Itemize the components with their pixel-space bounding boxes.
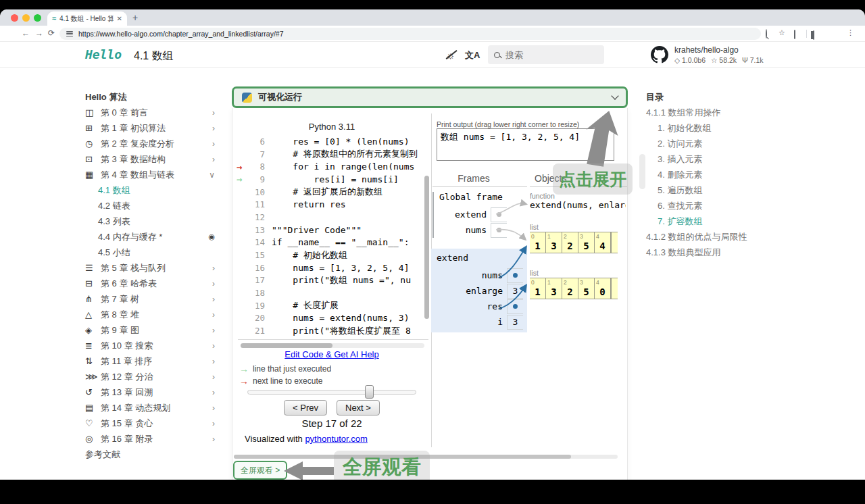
toc-item[interactable]: 2. 访问元素 [646,136,800,151]
step-slider-track[interactable] [247,390,416,395]
next-step-button[interactable]: Next > [337,400,380,415]
visual-run-collapsible[interactable]: 可视化运行 [232,86,628,108]
sidebar-chapter-item[interactable]: ◷ 第 2 章 复杂度分析 › [85,136,215,151]
browser-tab[interactable]: ≈ 4.1 数组 - Hello 算法 ✕ [47,11,127,26]
site-logo[interactable]: Hello [85,47,122,61]
code-listing: →→ 6 res = [0] * (len(nums) →→ 7 # 将原数组中… [232,135,430,337]
code-line: →→ 18 [232,286,430,299]
sidebar-section-item[interactable]: 4.1 数组 [85,182,215,198]
chevron-down-icon[interactable] [611,92,618,99]
sidebar-chapter-item[interactable]: ◎ 第 16 章 附录 › [85,431,215,447]
step-counter: Step 17 of 22 [232,418,431,429]
fullscreen-button[interactable]: 全屏观看 > [233,461,287,480]
site-info-icon[interactable] [66,31,73,36]
github-repo-link[interactable]: krahets/hello-algo ◇ 1.0.0b6 ☆ 58.2k Ψ 7… [651,45,764,64]
list-cell: 3 5 [578,232,595,253]
sidebar-section-item[interactable]: 4.2 链表 [85,198,215,213]
theme-toggle-icon[interactable]: ☼ [446,49,455,61]
frame-variable: extend [439,207,507,222]
chapter-icon: △ [85,309,101,320]
sidebar-chapter-item[interactable]: ⇅ 第 11 章 排序 › [85,353,215,369]
toc-item[interactable]: 4.1.2 数组的优点与局限性 [646,229,800,245]
toc-item[interactable]: 5. 遍历数组 [646,182,800,198]
toc-item[interactable]: 3. 插入元素 [646,151,800,167]
code-vertical-scrollbar[interactable] [424,176,429,319]
sidebar-chapter-item[interactable]: ☰ 第 5 章 栈与队列 › [85,260,215,276]
translate-icon[interactable]: 文A [465,49,480,61]
pythontutor-link[interactable]: pythontutor.com [305,434,368,444]
chevron-icon: › [212,108,215,118]
line-number: 18 [247,288,265,298]
chevron-icon: › [212,295,215,304]
sidebar-references-item[interactable]: 参考文献 [85,447,215,462]
toc-item[interactable]: 4.1.1 数组常用操作 [646,105,800,120]
tab-title: 4.1 数组 - Hello 算法 [59,14,114,24]
zoom-page-icon[interactable] [766,30,767,38]
sidebar-chapter-item[interactable]: ♡ 第 15 章 贪心 › [85,415,215,431]
prev-step-button[interactable]: < Prev [284,400,327,415]
sidebar-chapter-item[interactable]: ⋙ 第 12 章 分治 › [85,369,215,384]
side-panel-icon[interactable] [813,31,814,39]
sidebar-chapter-item[interactable]: ≣ 第 10 章 搜索 › [85,338,215,353]
browser-menu-icon[interactable]: ⋮ [847,28,854,37]
chapter-icon: ⋔ [85,294,101,304]
list-cell: 4 0 [595,278,611,299]
edit-code-link[interactable]: Edit Code & Get AI Help [232,349,431,359]
sidebar-section-item[interactable]: 4.3 列表 [85,213,215,229]
minimize-window-button[interactable] [22,14,30,22]
sidebar-chapter-item[interactable]: ▦ 第 4 章 数组与链表 ∨ [85,167,215,182]
chapter-icon: ⊡ [85,154,101,164]
pointer-origin-dot [497,228,501,232]
search-box[interactable] [488,45,604,64]
sidebar-chapter-item[interactable]: ▤ 第 14 章 动态规划 › [85,400,215,415]
toc-item[interactable]: 1. 初始化数组 [646,120,800,136]
sidebar-section-item[interactable]: 4.4 内存与缓存 * ◉ [85,229,215,245]
extensions-icon[interactable] [794,30,795,39]
content-scrollbar-pill[interactable] [639,154,645,189]
line-number: 21 [247,326,265,336]
line-number: 16 [247,263,265,273]
legend-next-line: → next line to execute [239,376,322,386]
repo-version: ◇ 1.0.0b6 [674,56,706,64]
bookmark-star-icon[interactable]: ☆ [778,28,785,37]
toc-item[interactable]: 6. 查找元素 [646,198,800,213]
sidebar-section-item[interactable]: 4.5 小结 [85,245,215,260]
sidebar-chapter-item[interactable]: ⋔ 第 7 章 树 › [85,291,215,307]
just-executed-arrow-icon: → [232,174,247,184]
zoom-window-button[interactable] [34,14,41,22]
new-tab-button[interactable]: + [132,12,138,23]
reload-button[interactable]: ⟳ [48,28,55,38]
legend-just-executed: → line that just executed [239,363,331,374]
search-input[interactable] [505,50,587,60]
url-toolbar: ← → ⟳ https://www.hello-algo.com/chapter… [0,26,865,42]
sidebar-chapter-item[interactable]: △ 第 8 章 堆 › [85,307,215,322]
step-slider-thumb[interactable] [365,385,374,399]
forward-button[interactable]: → [35,28,43,38]
sidebar-chapter-item[interactable]: ◫ 第 0 章 前言 › [85,105,215,120]
address-bar[interactable]: https://www.hello-algo.com/chapter_array… [59,28,761,40]
code-area-border [238,339,428,340]
sidebar-chapter-item[interactable]: ◈ 第 9 章 图 › [85,322,215,338]
code-horizontal-scrollbar[interactable] [241,343,424,348]
chapter-icon: ☰ [85,263,101,273]
close-tab-icon[interactable]: ✕ [117,15,122,22]
code-line: →→ 16 nums = [1, 3, 2, 5, 4] [232,261,430,274]
sidebar-chapter-item[interactable]: ⊡ 第 3 章 数据结构 › [85,151,215,167]
code-line: →→ 12 [232,211,430,224]
chapter-icon: ⇅ [85,356,101,366]
sidebar-chapter-item[interactable]: ↺ 第 13 章 回溯 › [85,384,215,400]
chapter-icon: ◈ [85,325,101,335]
sidebar-chapter-item[interactable]: ⊟ 第 6 章 哈希表 › [85,276,215,291]
back-button[interactable]: ← [22,28,30,38]
code-line: →→ 7 # 将原数组中的所有元素复制到 [232,148,430,161]
close-window-button[interactable] [11,14,18,22]
sidebar-site-title[interactable]: Hello 算法 [85,89,215,105]
visual-run-title: 可视化运行 [258,91,606,103]
toc-item[interactable]: 4.1.3 数组典型应用 [646,245,800,260]
sidebar-chapter-item[interactable]: ⊞ 第 1 章 初识算法 › [85,120,215,136]
list-cell: 3 5 [578,278,595,299]
toc-item[interactable]: 7. 扩容数组 [646,213,800,229]
toc-item[interactable]: 4. 删除元素 [646,167,800,182]
hidden-badge-icon: ◉ [208,232,215,241]
repo-stars: ☆ 58.2k [711,56,737,64]
